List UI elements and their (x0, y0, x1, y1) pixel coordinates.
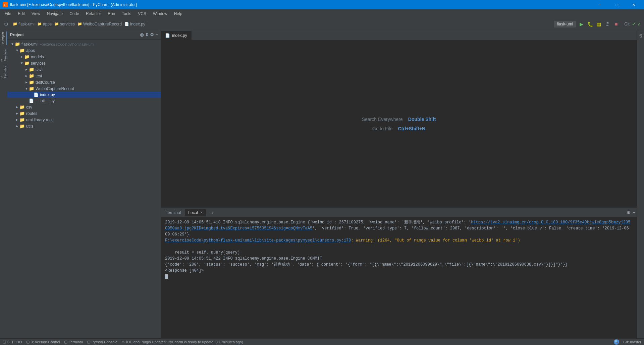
tab-label: index.py (172, 33, 187, 38)
vc-icon: ▢ (26, 340, 30, 344)
tab-file-icon: 📄 (165, 33, 170, 38)
terminal-status-label: Terminal (69, 340, 83, 344)
terminal-tabs: Terminal Local ✕ + ⚙ − (161, 208, 637, 217)
csv-folder-icon: 📁 (19, 105, 25, 110)
tree-services[interactable]: ▼ 📁 services (7, 60, 161, 66)
tree-label-init: __init__.py (35, 98, 55, 103)
tree-routes[interactable]: ► 📁 routes (7, 110, 161, 117)
init-py-icon: 📄 (29, 98, 34, 103)
menu-vcs[interactable]: VCS (135, 10, 150, 17)
tree-models[interactable]: ► 📁 models (7, 54, 161, 60)
tab-terminal[interactable]: Terminal (162, 209, 184, 216)
stop-button[interactable]: ■ (612, 20, 620, 28)
tree-test[interactable]: ► 📁 test (7, 73, 161, 79)
project-tab[interactable]: 1: Project (0, 31, 7, 45)
project-header-icons: ◎ ⇕ ⚙ − (140, 32, 158, 37)
terminal-link-2[interactable]: F:\exerciseCode\python\flask-umi\umi\lib… (165, 238, 351, 243)
status-terminal[interactable]: ▢ Terminal (64, 340, 83, 344)
tree-arrow-utils: ► (15, 124, 19, 128)
go-to-file-label: Go to File (372, 126, 393, 131)
locate-icon[interactable]: ◎ (140, 32, 144, 37)
project-panel: Project ◎ ⇕ ⚙ − ▼ 📁 flask-umi F:\exercis… (7, 30, 161, 338)
menu-navigate[interactable]: Navigate (44, 10, 66, 17)
status-python-console[interactable]: ▢ Python Console (87, 340, 118, 344)
right-side-tabs: Git (637, 30, 644, 338)
breadcrumb-index[interactable]: 📄 index.py (124, 22, 145, 26)
tab-local[interactable]: Local ✕ (185, 209, 206, 216)
menu-help[interactable]: Help (171, 10, 186, 17)
run-config-selector[interactable]: flask-umi (554, 21, 576, 27)
add-tab-icon[interactable]: + (210, 210, 215, 215)
update-icon: ⚠ (121, 340, 125, 344)
main-area: 1: Project 2: Structure 2: Favorites Pro… (0, 30, 644, 338)
toolbar-settings-icon[interactable]: ⚙ (3, 21, 9, 27)
close-button[interactable]: ✕ (626, 0, 641, 9)
services-folder-icon: 📁 (54, 22, 59, 26)
tree-init-py[interactable]: ► 📄 __init__.py (7, 98, 161, 104)
minimize-button[interactable]: − (592, 0, 608, 9)
tree-testcourse[interactable]: ► 📁 testCourse (7, 79, 161, 85)
menu-refactor[interactable]: Refactor (83, 10, 104, 17)
git-check-icon[interactable]: ✓ (632, 21, 636, 27)
menu-edit[interactable]: Edit (14, 10, 28, 17)
todo-label: 6: TODO (7, 340, 22, 344)
root-icon: 📁 (13, 22, 17, 26)
status-bar: ▢ 6: TODO ▢ 9: Version Control ▢ Termina… (0, 338, 644, 345)
status-update-message: ⚠ IDE and Plugin Updates: PyCharm is rea… (121, 340, 243, 344)
title-bar: P flask-umi [F:\exerciseCode\python\flas… (0, 0, 644, 9)
settings-icon[interactable]: ⚙ (150, 32, 154, 37)
coverage-button[interactable]: ▤ (595, 20, 603, 28)
run-config-area: flask-umi ▶ 🐛 ▤ ⏱ ■ Git: ✓ ✓ (554, 20, 641, 28)
terminal-line-6: <Response [404]> (165, 268, 633, 274)
breadcrumb-services[interactable]: 📁 services (54, 22, 75, 26)
favorites-tab[interactable]: 2: Favorites (0, 65, 7, 78)
run-button[interactable]: ▶ (577, 20, 585, 28)
tree-umi[interactable]: ► 📁 umi library root (7, 117, 161, 123)
editor-terminal-column: 📄 index.py Search Everywhere Double Shif… (161, 30, 637, 338)
project-header: Project ◎ ⇕ ⚙ − (7, 30, 161, 40)
settings-action-icon[interactable]: ⚙ (627, 210, 631, 215)
apps-folder-icon: 📁 (19, 48, 25, 53)
project-tree: ▼ 📁 flask-umi F:\exerciseCode\python\fla… (7, 40, 161, 338)
menu-window[interactable]: Window (150, 10, 171, 17)
status-version-control[interactable]: ▢ 9: Version Control (26, 340, 60, 344)
git-check2-icon[interactable]: ✓ (637, 21, 641, 27)
tree-label-test: test (36, 74, 42, 78)
tree-csv[interactable]: ► 📁 csv (7, 104, 161, 110)
menu-view[interactable]: View (28, 10, 44, 17)
local-tab-close[interactable]: ✕ (200, 211, 203, 214)
terminal-content[interactable]: 2019-12-09 14:05:51,418 INFO sqlalchemy.… (161, 217, 637, 338)
test-folder-icon: 📁 (29, 73, 34, 78)
tree-apps[interactable]: ▼ 📁 apps (7, 47, 161, 54)
right-tab-1[interactable]: Git (638, 31, 644, 41)
tree-index-py[interactable]: ► 📄 index.py (7, 92, 161, 98)
tree-utils[interactable]: ► 📁 utils (7, 123, 161, 129)
profile-button[interactable]: ⏱ (603, 20, 611, 28)
breadcrumb-weibo[interactable]: 📁 WeiboCaptureRecord (77, 22, 122, 26)
structure-tab[interactable]: 2: Structure (0, 48, 7, 62)
menu-tools[interactable]: Tools (118, 10, 135, 17)
maximize-button[interactable]: □ (609, 0, 625, 9)
tree-arrow-routes: ► (15, 112, 19, 115)
status-git-branch: Git: master (623, 340, 641, 344)
menu-run[interactable]: Run (104, 10, 118, 17)
breadcrumb-apps[interactable]: 📁 apps (37, 22, 52, 26)
menu-code[interactable]: Code (66, 10, 83, 17)
tree-arrow-testcourse: ► (24, 80, 29, 84)
left-side-tabs: 1: Project 2: Structure 2: Favorites (0, 30, 7, 338)
breadcrumb-root[interactable]: 📁 flask-umi (13, 22, 35, 26)
search-status-icon[interactable]: 🔍 (614, 339, 619, 345)
status-todo[interactable]: ▢ 6: TODO (3, 340, 22, 344)
minimize-action-icon[interactable]: − (633, 210, 635, 215)
tree-weibo[interactable]: ▼ 📁 WeiboCaptureRecord (7, 85, 161, 92)
collapse-panel-icon[interactable]: − (155, 32, 158, 37)
editor-area: 📄 index.py Search Everywhere Double Shif… (161, 30, 637, 208)
expand-icon[interactable]: ⇕ (145, 32, 149, 37)
tab-index-py[interactable]: 📄 index.py (161, 31, 192, 40)
tree-root[interactable]: ▼ 📁 flask-umi F:\exerciseCode\python\fla… (7, 41, 161, 47)
tab-add[interactable]: + (207, 209, 219, 217)
tree-arrow-index: ► (29, 93, 34, 97)
tree-csv-sub[interactable]: ► 📁 csv (7, 66, 161, 73)
debug-button[interactable]: 🐛 (586, 20, 594, 28)
menu-file[interactable]: File (1, 10, 14, 17)
